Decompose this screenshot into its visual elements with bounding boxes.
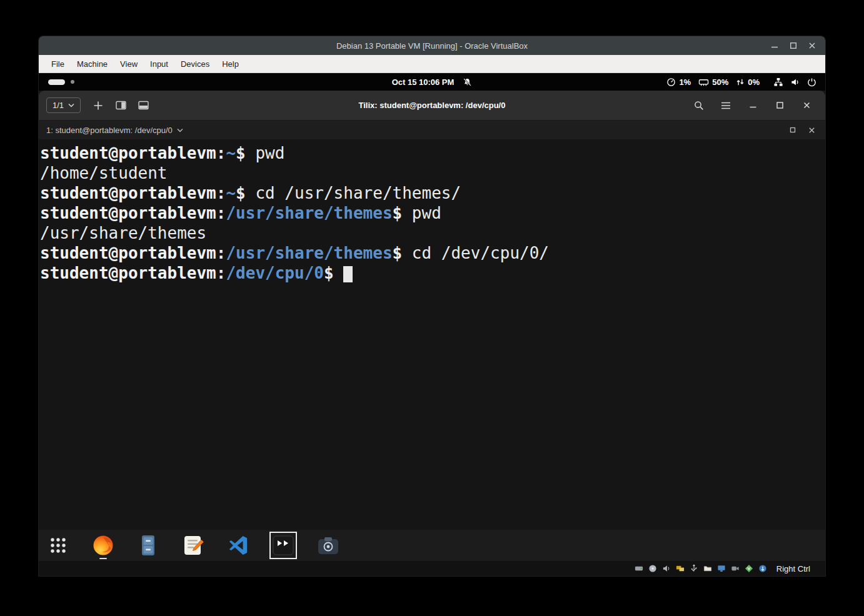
vbox-maximize-button[interactable]	[789, 41, 798, 50]
dock-item-text-editor[interactable]	[178, 530, 208, 560]
prompt-path: ~	[226, 144, 236, 162]
search-button[interactable]	[688, 95, 710, 116]
prompt-path: /usr/share/themes	[226, 244, 392, 262]
system-status-area[interactable]: 1% 50%	[666, 77, 825, 87]
app-grid-icon	[48, 535, 68, 555]
dock-item-files[interactable]	[133, 530, 163, 560]
menu-file[interactable]: File	[45, 56, 71, 72]
vm-display: Oct 15 10:06 PM 1%	[39, 73, 825, 561]
tilix-headerbar[interactable]: 1/1	[39, 91, 825, 121]
workspace-active-pill[interactable]	[48, 79, 65, 85]
split-terminal-down-button[interactable]	[132, 95, 154, 116]
prompt-text: $	[324, 264, 343, 282]
gnome-topbar: Oct 15 10:06 PM 1%	[39, 73, 825, 91]
clock-label: Oct 15 10:06 PM	[392, 77, 455, 87]
files-icon	[138, 534, 159, 557]
audio-icon[interactable]	[661, 564, 671, 574]
terminal-line: /home/student	[40, 163, 825, 183]
network-indicator[interactable]: 0%	[736, 77, 760, 87]
main-menu-button[interactable]	[715, 95, 737, 116]
prompt-text: :	[216, 264, 226, 282]
restore-icon	[790, 127, 796, 133]
prompt-text: :	[216, 144, 226, 162]
prompt-text: :	[216, 244, 226, 262]
network-wired-icon	[773, 77, 783, 87]
prompt-user: student@portablevm	[40, 144, 216, 162]
notifications-muted-icon	[463, 77, 472, 87]
usb-icon[interactable]	[689, 564, 699, 574]
dock-item-firefox[interactable]	[88, 530, 118, 560]
split-right-icon	[116, 101, 126, 110]
terminal-line: student@portablevm:~$ pwd	[40, 143, 825, 163]
power-icon	[807, 77, 816, 87]
display-icon[interactable]	[716, 564, 726, 574]
cpu-indicator[interactable]: 1%	[666, 77, 691, 87]
menu-machine[interactable]: Machine	[71, 56, 114, 72]
prompt-user: student@portablevm	[40, 264, 216, 282]
split-terminal-right-button[interactable]	[109, 95, 132, 116]
shared-folders-icon[interactable]	[703, 564, 713, 574]
prompt-user: student@portablevm	[40, 244, 216, 262]
dock-item-app-grid[interactable]	[43, 530, 73, 560]
memory-indicator[interactable]: 50%	[698, 77, 728, 87]
terminal-tabbar: 1: student@portablevm: /dev/cpu/0	[39, 121, 825, 139]
volume-icon	[790, 77, 800, 87]
desktop-background: Debian 13 Portable VM [Running] - Oracle…	[0, 0, 864, 616]
menu-input[interactable]: Input	[144, 56, 174, 72]
close-icon	[808, 127, 815, 134]
terminal-line: student@portablevm:~$ cd /usr/share/them…	[40, 183, 825, 203]
optical-drives-icon[interactable]	[648, 564, 658, 574]
network-icon[interactable]	[675, 564, 685, 574]
virtualbox-window: Debian 13 Portable VM [Running] - Oracle…	[39, 36, 825, 576]
vbox-titlebar[interactable]: Debian 13 Portable VM [Running] - Oracle…	[39, 36, 825, 55]
vbox-window-title: Debian 13 Portable VM [Running] - Oracle…	[39, 41, 825, 51]
terminal-line: student@portablevm:/usr/share/themes$ cd…	[40, 243, 825, 263]
terminal-line: student@portablevm:/dev/cpu/0$	[40, 263, 825, 283]
cpu-gauge-icon	[666, 77, 676, 87]
screenshot-tool-icon	[317, 535, 339, 555]
prompt-path: /usr/share/themes	[226, 204, 392, 222]
dock-item-tilix[interactable]	[268, 530, 298, 560]
command-text: cd /usr/share/themes/	[255, 184, 461, 202]
prompt-text: :	[216, 184, 226, 202]
tilix-window: 1/1	[39, 91, 825, 561]
maximize-icon	[776, 101, 784, 109]
cpu-value: 1%	[679, 77, 691, 87]
tilix-maximize-button[interactable]	[768, 95, 791, 116]
close-icon	[803, 101, 811, 109]
hard-disks-icon[interactable]	[634, 564, 644, 574]
vbox-window-controls	[770, 41, 825, 50]
tilix-minimize-button[interactable]	[741, 95, 764, 116]
output-text: /usr/share/themes	[40, 224, 206, 242]
terminal-tab[interactable]: 1: student@portablevm: /dev/cpu/0	[46, 126, 183, 135]
command-text: cd /dev/cpu/0/	[412, 244, 549, 262]
prompt-text: $	[393, 244, 412, 262]
prompt-text: $	[236, 144, 255, 162]
tilix-close-button[interactable]	[795, 95, 818, 116]
menu-help[interactable]: Help	[216, 56, 245, 72]
terminal-close-button[interactable]	[808, 127, 815, 134]
menu-devices[interactable]: Devices	[174, 56, 216, 72]
dock-item-vscode[interactable]	[223, 530, 253, 560]
dock-item-screenshot-tool[interactable]	[313, 530, 343, 560]
terminal-output[interactable]: student@portablevm:~$ pwd/home/studentst…	[39, 139, 825, 530]
mouse-integration-icon[interactable]	[758, 564, 768, 574]
features-icon[interactable]	[744, 564, 754, 574]
dock	[39, 530, 825, 561]
terminal-maximize-button[interactable]	[790, 127, 796, 133]
vbox-minimize-button[interactable]	[770, 41, 779, 50]
firefox-icon	[92, 534, 114, 557]
terminal-line: student@portablevm:/usr/share/themes$ pw…	[40, 203, 825, 223]
search-icon	[694, 101, 704, 111]
new-session-button[interactable]	[87, 95, 109, 116]
quick-settings[interactable]	[773, 77, 816, 87]
vbox-statusbar: Right Ctrl	[39, 561, 825, 576]
recording-icon[interactable]	[730, 564, 740, 574]
menu-view[interactable]: View	[114, 56, 144, 72]
command-text: pwd	[255, 144, 284, 162]
memory-value: 50%	[712, 77, 728, 87]
session-selector[interactable]: 1/1	[46, 97, 81, 113]
vbox-close-button[interactable]	[808, 41, 816, 50]
workspace-indicator[interactable]	[39, 79, 74, 85]
workspace-inactive-dot[interactable]	[71, 80, 74, 84]
